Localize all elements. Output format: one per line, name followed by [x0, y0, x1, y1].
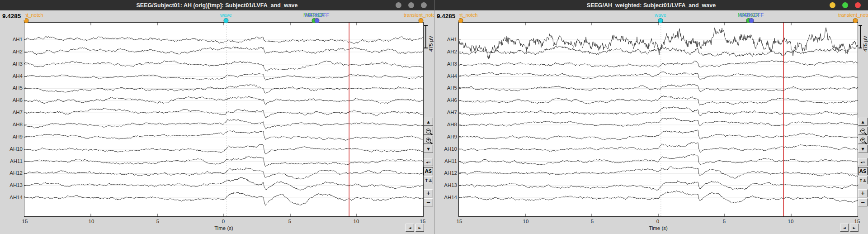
gain-decrease-button[interactable]: − — [424, 198, 433, 206]
zoom-in-vertical-button[interactable]: + — [858, 136, 868, 144]
triangle-up-icon: ▲ — [427, 120, 429, 124]
gain-flip-button[interactable]: ↑± — [424, 176, 433, 184]
zoom-out-vertical-button[interactable]: − — [424, 127, 433, 135]
flip-display-button[interactable]: ◂≈ — [858, 158, 868, 166]
scroll-channels-down-button[interactable]: ▼ — [424, 145, 433, 153]
signal-plot[interactable] — [24, 22, 424, 217]
signal-window-original: SEEG/Subject01: AH (orig)[tmp]: Subject0… — [0, 0, 434, 234]
titlebar[interactable]: SEEG/Subject01: AH (orig)[tmp]: Subject0… — [0, 0, 434, 10]
maximize-button[interactable] — [842, 2, 848, 8]
event-dot[interactable] — [315, 18, 320, 23]
time-tick-label: 0 — [656, 219, 659, 224]
zoom-in-vertical-button[interactable]: + — [424, 136, 433, 144]
channel-label[interactable]: AH3 — [13, 61, 23, 67]
scroll-channels-up-button[interactable]: ▲ — [858, 118, 868, 126]
display-toolbar: ▲−+▼◂≈AS↑±+− — [423, 118, 434, 207]
magnifier-minus-icon: − — [860, 129, 865, 134]
signal-plot[interactable] — [458, 22, 858, 217]
amplitude-scalebar — [425, 25, 426, 48]
channel-label[interactable]: AH12 — [444, 170, 457, 176]
channel-label[interactable]: AH6 — [447, 97, 457, 103]
seeg-traces — [459, 23, 858, 216]
channel-label[interactable]: AH1 — [13, 37, 23, 42]
time-tick-label: -5 — [155, 219, 159, 224]
event-label[interactable]: MARKOFF — [305, 12, 329, 18]
channel-label[interactable]: AH11 — [444, 158, 457, 164]
channel-label[interactable]: AH9 — [447, 134, 457, 139]
triangle-down-icon: ▼ — [427, 147, 429, 151]
event-dot[interactable] — [658, 18, 663, 23]
event-label[interactable]: wave — [655, 12, 666, 18]
channel-label[interactable]: AH4 — [13, 73, 23, 79]
channel-label[interactable]: AH8 — [447, 122, 457, 127]
triangle-down-icon: ▼ — [861, 147, 864, 151]
autoscale-button[interactable]: AS — [858, 167, 868, 175]
close-button[interactable] — [855, 2, 861, 8]
amplitude-scale-label: 475 μV — [428, 22, 434, 52]
gain-flip-button[interactable]: ↑± — [858, 176, 868, 184]
channel-label[interactable]: AH2 — [447, 49, 457, 54]
gain-decrease-button[interactable]: − — [858, 198, 868, 206]
arrow-plusminus-icon: ↑± — [425, 178, 432, 183]
channel-label[interactable]: AH3 — [447, 61, 457, 67]
seeg-traces — [24, 23, 423, 216]
cursor-time-readout: 9.4285 — [0, 13, 25, 20]
cursor-time-readout: 9.4285 — [434, 13, 459, 20]
next-page-button[interactable]: ► — [850, 224, 859, 232]
scroll-channels-up-button[interactable]: ▲ — [424, 118, 433, 126]
window-controls — [396, 2, 427, 8]
time-tick-label: -15 — [455, 219, 462, 224]
signal-window-weighted: SEEG/AH_weighted: Subject01/LVFA_and_wav… — [434, 0, 868, 234]
plus-icon: + — [426, 190, 430, 196]
previous-page-button[interactable]: ◄ — [406, 224, 414, 232]
channel-label[interactable]: AH10 — [444, 146, 457, 152]
event-dot[interactable] — [223, 18, 228, 23]
amplitude-scalebar — [860, 25, 861, 48]
titlebar[interactable]: SEEG/AH_weighted: Subject01/LVFA_and_wav… — [434, 0, 868, 10]
gain-increase-button[interactable]: + — [858, 189, 868, 197]
event-label[interactable]: transient_notch — [404, 12, 434, 18]
flip-display-button[interactable]: ◂≈ — [424, 158, 433, 166]
channel-label[interactable]: AH11 — [10, 158, 23, 164]
event-label[interactable]: MARKOFF — [739, 12, 764, 18]
maximize-button[interactable] — [408, 2, 414, 8]
event-dot[interactable] — [853, 18, 858, 23]
channel-label[interactable]: AH7 — [447, 110, 457, 115]
channel-label[interactable]: AH13 — [9, 182, 23, 188]
channel-label[interactable]: AH5 — [447, 85, 457, 91]
next-page-button[interactable]: ► — [415, 224, 424, 232]
event-dot[interactable] — [418, 18, 423, 23]
minimize-button[interactable] — [396, 2, 401, 8]
channel-label[interactable]: AH6 — [13, 97, 23, 103]
zoom-out-vertical-button[interactable]: − — [858, 127, 868, 135]
channel-label[interactable]: AH7 — [13, 110, 23, 115]
channel-label[interactable]: AH1 — [447, 37, 457, 42]
close-button[interactable] — [421, 2, 427, 8]
gain-increase-button[interactable]: + — [424, 189, 433, 197]
time-tick-label: 0 — [222, 219, 225, 224]
scroll-channels-down-button[interactable]: ▼ — [858, 145, 868, 153]
time-tick-label: -10 — [87, 219, 94, 224]
channel-label[interactable]: AH10 — [9, 146, 23, 152]
minimize-button[interactable] — [830, 2, 835, 8]
channel-label[interactable]: AH5 — [13, 85, 23, 91]
event-label[interactable]: transient_notch — [838, 12, 868, 18]
channel-label[interactable]: AH8 — [13, 122, 23, 127]
autoscale-button[interactable]: AS — [424, 167, 433, 175]
event-dot[interactable] — [749, 18, 754, 23]
minus-icon: − — [860, 199, 865, 205]
previous-page-button[interactable]: ◄ — [840, 224, 849, 232]
channel-label[interactable]: AH13 — [444, 182, 457, 188]
channel-label[interactable]: AH2 — [13, 49, 23, 54]
event-label[interactable]: wave — [220, 12, 232, 18]
channel-label[interactable]: AH14 — [9, 195, 23, 200]
channel-label[interactable]: AH4 — [447, 73, 457, 79]
magnifier-minus-icon: − — [426, 129, 431, 134]
autoscale-label: AS — [425, 168, 432, 174]
channel-label[interactable]: AH14 — [444, 195, 457, 200]
window-controls — [830, 2, 861, 8]
window-title: SEEG/Subject01: AH (orig)[tmp]: Subject0… — [136, 2, 297, 9]
channel-label[interactable]: AH9 — [13, 134, 23, 139]
channel-label[interactable]: AH12 — [9, 170, 23, 176]
arrow-plusminus-icon: ↑± — [859, 178, 867, 183]
